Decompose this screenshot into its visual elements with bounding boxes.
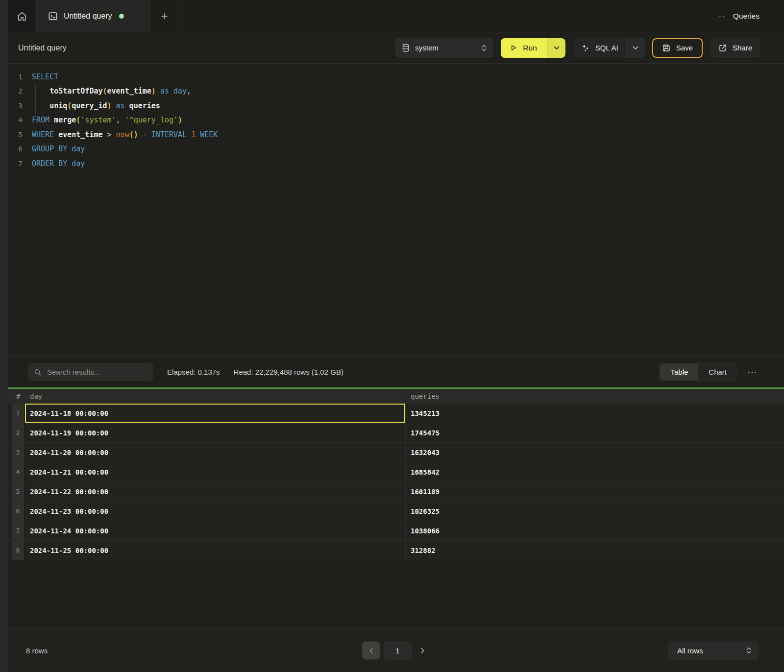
line-number: 7 [8, 160, 23, 168]
code-line[interactable]: 7ORDER BY day [8, 156, 784, 171]
index-column-header[interactable]: # [12, 392, 25, 400]
chevron-down-icon [554, 46, 560, 50]
panel-toggle-icon[interactable]: ·· [718, 12, 725, 20]
row-spacer [8, 462, 12, 481]
search-results-box[interactable] [28, 363, 153, 381]
chevron-down-icon [633, 46, 638, 50]
queries-column-header[interactable]: queries [405, 389, 784, 404]
database-select[interactable]: system [395, 38, 493, 58]
sparkles-icon [581, 43, 590, 52]
code-line[interactable]: 3 uniq(query_id) as queries [8, 98, 784, 113]
home-button[interactable] [8, 0, 37, 32]
run-options-button[interactable] [547, 38, 565, 58]
table-header: # day queries [8, 389, 784, 404]
plus-icon: + [161, 9, 168, 23]
code-text: GROUP BY day [32, 144, 85, 153]
code-line[interactable]: 4FROM merge('system', '^query_log') [8, 113, 784, 128]
day-cell[interactable]: 2024-11-21 00:00:00 [25, 462, 405, 481]
row-spacer [8, 541, 12, 560]
left-sidebar-rail[interactable] [0, 0, 8, 672]
day-cell[interactable]: 2024-11-25 00:00:00 [25, 541, 405, 560]
sql-editor[interactable]: 1SELECT2 toStartOfDay(event_time) as day… [8, 64, 784, 356]
page-size-select[interactable]: All rows [668, 641, 759, 660]
queries-cell[interactable]: 312882 [405, 541, 784, 560]
queries-cell[interactable]: 1026325 [405, 502, 784, 521]
row-index-cell[interactable]: 4 [12, 462, 25, 481]
run-button-group: Run [501, 38, 565, 58]
table-row: 52024-11-22 00:00:001601189 [8, 482, 784, 502]
day-column-header[interactable]: day [25, 392, 405, 400]
results-empty-space [8, 560, 784, 628]
save-button[interactable]: Save [652, 38, 703, 58]
row-index-cell[interactable]: 6 [12, 502, 25, 521]
read-stat: Read: 22,229,488 rows (1.02 GB) [234, 368, 343, 376]
save-icon [662, 44, 671, 52]
code-text: uniq(query_id) as queries [32, 101, 160, 110]
row-spacer [8, 423, 12, 442]
query-header: Untitled query system [8, 32, 784, 64]
run-button[interactable]: Run [501, 38, 547, 58]
chart-view-tab[interactable]: Chart [698, 363, 737, 381]
day-cell[interactable]: 2024-11-22 00:00:00 [25, 482, 405, 501]
queries-cell[interactable]: 1685842 [405, 462, 784, 481]
share-icon [718, 44, 727, 52]
day-cell[interactable]: 2024-11-23 00:00:00 [25, 502, 405, 521]
sql-ai-options-button[interactable] [626, 38, 645, 58]
row-spacer [8, 482, 12, 501]
row-index-cell[interactable]: 5 [12, 482, 25, 501]
search-input[interactable] [46, 367, 147, 377]
day-cell[interactable]: 2024-11-19 00:00:00 [25, 423, 405, 442]
share-button[interactable]: Share [710, 38, 760, 58]
results-toolbar: Elapsed: 0.137s Read: 22,229,488 rows (1… [8, 356, 784, 387]
queries-panel-title[interactable]: Queries [733, 12, 760, 21]
view-toggle: Table Chart [660, 363, 737, 381]
row-index-cell[interactable]: 1 [12, 404, 25, 423]
terminal-icon [48, 11, 58, 22]
code-line[interactable]: 6GROUP BY day [8, 142, 784, 157]
code-line[interactable]: 5WHERE event_time > now() - INTERVAL 1 W… [8, 127, 784, 142]
tab-untitled-query[interactable]: Untitled query [37, 0, 150, 32]
share-label: Share [733, 44, 752, 52]
code-text: SELECT [32, 72, 58, 81]
chevron-right-icon [420, 648, 424, 653]
current-page-button[interactable]: 1 [384, 642, 412, 660]
day-cell[interactable]: 2024-11-18 00:00:00 [25, 404, 405, 423]
queries-cell[interactable]: 1038066 [405, 521, 784, 540]
next-page-button[interactable] [415, 642, 430, 660]
updown-chevron-icon [746, 647, 752, 654]
line-number: 4 [8, 116, 23, 124]
home-icon [17, 11, 27, 22]
code-line[interactable]: 1SELECT [8, 70, 784, 84]
code-text: toStartOfDay(event_time) as day, [32, 87, 191, 96]
row-spacer [8, 521, 12, 540]
row-index-cell[interactable]: 7 [12, 521, 25, 540]
queries-cell[interactable]: 1745475 [405, 423, 784, 442]
results-more-button[interactable]: ⋯ [747, 367, 757, 377]
pagination: 1 [362, 642, 430, 660]
play-icon [509, 44, 517, 52]
day-cell[interactable]: 2024-11-24 00:00:00 [25, 521, 405, 540]
table-view-tab[interactable]: Table [660, 363, 698, 381]
row-index-cell[interactable]: 2 [12, 423, 25, 442]
queries-cell[interactable]: 1601189 [405, 482, 784, 501]
search-icon [34, 368, 42, 376]
queries-cell[interactable]: 1345213 [405, 404, 784, 423]
day-cell[interactable]: 2024-11-20 00:00:00 [25, 443, 405, 462]
database-icon [402, 44, 410, 52]
line-number: 5 [8, 131, 23, 139]
sql-ai-button[interactable]: SQL AI [573, 38, 626, 58]
prev-page-button[interactable] [362, 642, 380, 660]
elapsed-stat: Elapsed: 0.137s [167, 368, 220, 376]
row-index-cell[interactable]: 8 [12, 541, 25, 560]
tab-bar-right: ·· Queries [718, 0, 784, 32]
line-number: 3 [8, 102, 23, 110]
code-line[interactable]: 2 toStartOfDay(event_time) as day, [8, 84, 784, 99]
line-number: 2 [8, 87, 23, 95]
results-footer: 8 rows 1 All rows [8, 628, 784, 672]
new-tab-button[interactable]: + [150, 0, 179, 32]
queries-cell[interactable]: 1632043 [405, 443, 784, 462]
table-row: 32024-11-20 00:00:001632043 [8, 443, 784, 462]
tab-bar: Untitled query + ·· Queries [8, 0, 784, 32]
row-index-cell[interactable]: 3 [12, 443, 25, 462]
row-count: 8 rows [26, 647, 48, 655]
